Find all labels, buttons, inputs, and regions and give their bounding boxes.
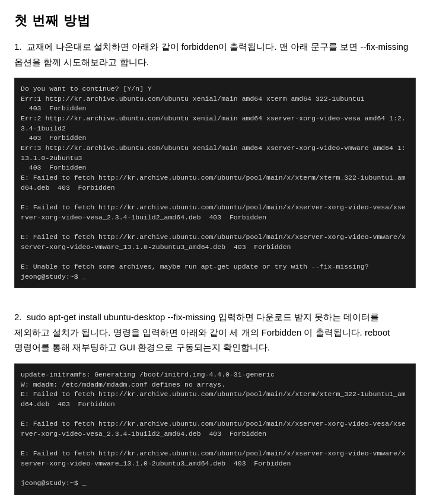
step2-text: 2. sudo apt-get install ubuntu-desktop -…: [14, 310, 416, 355]
step2-description: sudo apt-get install ubuntu-desktop --fi…: [14, 312, 390, 352]
step1-container: 1. 교재에 나온대로 설치하면 아래와 같이 forbidden이 출력됩니다…: [14, 39, 416, 69]
page-title: 첫 번째 방법: [14, 12, 416, 30]
terminal-block-2: update-initramfs: Generating /boot/initr…: [14, 363, 416, 495]
divider: [14, 299, 416, 310]
step1-number: 1.: [14, 42, 22, 52]
step1-text: 1. 교재에 나온대로 설치하면 아래와 같이 forbidden이 출력됩니다…: [14, 39, 416, 69]
step2-number: 2.: [14, 312, 22, 322]
step2-container: 2. sudo apt-get install ubuntu-desktop -…: [14, 310, 416, 355]
terminal-block-1: Do you want to continue? [Y/n] Y Err:1 h…: [14, 78, 416, 288]
step1-description: 교재에 나온대로 설치하면 아래와 같이 forbidden이 출력됩니다. 맨…: [14, 42, 408, 67]
